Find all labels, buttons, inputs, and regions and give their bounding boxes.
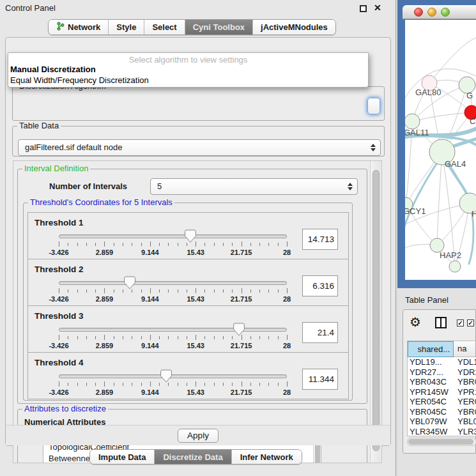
table-data-combobox[interactable]: galFiltered.sif default node: [18, 139, 381, 156]
slider-tick: [196, 288, 196, 293]
cell-name: YPR1: [454, 387, 476, 397]
split-columns-icon[interactable]: [435, 317, 447, 328]
table-row[interactable]: YLR345WYLR3: [408, 427, 476, 437]
slider-tick: [287, 242, 288, 247]
cell-name: YBL0: [454, 417, 476, 427]
cell-shared-name: YBR045C: [408, 407, 454, 417]
slider-tick: [187, 289, 187, 293]
cyni-toolbox-panel: Discretization Algorithm Table Data galF…: [5, 37, 391, 446]
tab-infer-network[interactable]: Infer Network: [232, 450, 302, 464]
tab-network[interactable]: Network: [49, 20, 109, 35]
slider-tick: [114, 243, 114, 246]
table-row[interactable]: YDR27...YDR2: [408, 367, 476, 378]
network-window: GAL80GCGAL11GAL4GCY1HHAP2: [397, 0, 476, 288]
network-edge-highlighted[interactable]: [405, 155, 442, 232]
tab-jactivemnodules-label: jActiveMNodules: [261, 22, 328, 32]
tab-infer-network-label: Infer Network: [240, 452, 293, 462]
tab-cyni-toolbox[interactable]: Cyni Toolbox: [185, 20, 253, 35]
slider-tick-label: 21.715: [231, 295, 252, 303]
algorithm-option-manual[interactable]: Manual Discretization: [10, 65, 96, 74]
table-horizontal-scrollbar[interactable]: [407, 438, 476, 446]
slider-tick: [242, 288, 242, 293]
cell-name: YLR3: [454, 427, 476, 437]
table-row[interactable]: YBL079WYBL0: [408, 417, 476, 427]
threshold-row: Threshold 2 -3.4262.8599.14415.4321.7152…: [27, 259, 349, 306]
tab-jactivemnodules[interactable]: jActiveMNodules: [253, 20, 335, 35]
threshold-value-field[interactable]: 11.344: [302, 369, 338, 390]
slider-tick: [232, 383, 233, 386]
slider-tick: [59, 381, 59, 387]
algorithm-option-equal-width[interactable]: Equal Width/Frequency Discretization: [10, 75, 149, 85]
slider-tick: [196, 335, 196, 340]
network-edge[interactable]: [429, 38, 476, 83]
settings-vertical-scrollbar[interactable]: [370, 161, 381, 463]
slider-tick-label: 28: [283, 249, 291, 256]
network-node[interactable]: [405, 114, 420, 129]
slider-handle[interactable]: [160, 369, 172, 383]
tab-discretize-data[interactable]: Discretize Data: [155, 450, 231, 464]
slider-tick-label: 15.43: [187, 342, 204, 349]
interval-definition-legend: Interval Definition: [22, 164, 90, 173]
threshold-label: Threshold 4: [35, 358, 84, 367]
slider-track[interactable]: [59, 234, 287, 238]
network-canvas[interactable]: GAL80GCGAL11GAL4GCY1HHAP2: [405, 20, 476, 280]
tab-style[interactable]: Style: [109, 20, 144, 35]
scrollbar-thumb[interactable]: [372, 170, 380, 451]
cyni-bottom-tabbar: Impute Data Discretize Data Infer Networ…: [89, 449, 302, 464]
close-traffic-light-icon[interactable]: [414, 8, 423, 17]
threshold-slider[interactable]: -3.4262.8599.14415.4321.71528: [59, 277, 287, 305]
table-header-row: shared... na: [408, 341, 476, 357]
threshold-value-field[interactable]: 6.316: [302, 275, 338, 296]
threshold-slider[interactable]: -3.4262.8599.14415.4321.71528: [59, 371, 287, 399]
zoom-traffic-light-icon[interactable]: [441, 8, 450, 17]
threshold-slider[interactable]: -3.4262.8599.14415.4321.71528: [59, 231, 287, 259]
table-row[interactable]: YDL19...YDL1: [408, 357, 476, 367]
cell-name: YBR0: [454, 407, 476, 417]
slider-track[interactable]: [59, 281, 287, 285]
slider-handle[interactable]: [233, 323, 245, 336]
table-row[interactable]: YBR043CYBR0: [408, 377, 476, 387]
minimize-traffic-light-icon[interactable]: [427, 8, 436, 17]
network-node[interactable]: [449, 261, 461, 272]
tab-network-label: Network: [68, 22, 100, 32]
network-graph: GAL80GCGAL11GAL4GCY1HHAP2: [405, 20, 476, 280]
attributes-legend: Attributes to discretize: [22, 404, 108, 413]
node-table: shared... na YDL19...YDL1YDR27...YDR2YBR…: [407, 341, 476, 436]
number-of-intervals-label: Number of Intervals: [49, 181, 127, 191]
checkbox-select-icon[interactable]: ✓: [457, 319, 464, 326]
slider-track[interactable]: [59, 374, 287, 378]
tab-select[interactable]: Select: [144, 20, 185, 35]
gear-icon[interactable]: ⚙: [410, 314, 421, 330]
column-header-name[interactable]: na: [454, 341, 476, 357]
slider-handle[interactable]: [185, 229, 196, 243]
scrollbar-thumb[interactable]: [408, 439, 473, 445]
slider-handle[interactable]: [124, 276, 135, 289]
apply-button[interactable]: Apply: [178, 429, 219, 443]
network-window-titlebar[interactable]: [403, 5, 476, 19]
slider-tick: [77, 289, 78, 293]
table-rows-host: YDL19...YDL1YDR27...YDR2YBR043CYBR0YPR14…: [408, 357, 476, 436]
slider-tick: [68, 243, 68, 246]
slider-tick-label: 2.859: [96, 342, 114, 349]
tab-impute-data[interactable]: Impute Data: [90, 450, 155, 464]
slider-tick: [150, 288, 151, 293]
number-of-intervals-combobox[interactable]: 5: [150, 178, 358, 195]
table-row[interactable]: YPR145WYPR1: [408, 387, 476, 397]
algorithm-combobox-stepper[interactable]: [367, 98, 380, 114]
threshold-slider[interactable]: -3.4262.8599.14415.4321.71528: [59, 324, 287, 352]
slider-track[interactable]: [59, 328, 287, 332]
threshold-row: Threshold 4 -3.4262.8599.14415.4321.7152…: [27, 352, 349, 399]
slider-tick: [132, 336, 132, 339]
node-label: GCY1: [405, 206, 426, 216]
table-row[interactable]: YER054CYER0: [408, 397, 476, 407]
network-edge[interactable]: [412, 112, 472, 121]
threshold-value-field[interactable]: 21.4: [302, 322, 338, 343]
slider-tick: [104, 288, 105, 293]
network-edge[interactable]: [437, 152, 442, 245]
column-header-shared-name[interactable]: shared...: [408, 341, 454, 357]
close-icon[interactable]: ✕: [374, 3, 381, 13]
checkbox-select-all-icon[interactable]: ✓: [467, 319, 474, 326]
threshold-value-field[interactable]: 14.713: [302, 229, 338, 250]
float-window-icon[interactable]: [360, 5, 367, 12]
table-row[interactable]: YBR045CYBR0: [408, 407, 476, 417]
